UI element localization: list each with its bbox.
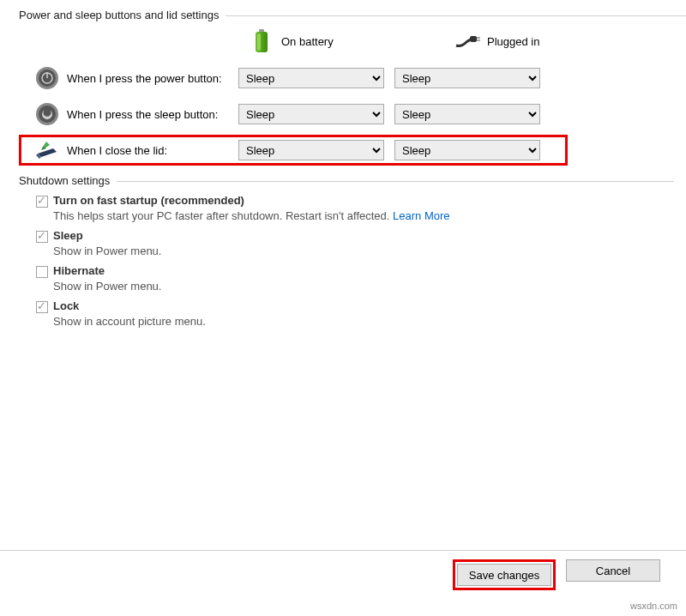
hibernate-label: Hibernate (53, 264, 105, 277)
power-button-icon (34, 65, 60, 91)
row-close-lid: When I close the lid: Sleep Sleep (19, 135, 568, 166)
row-power-button: When I press the power button: Sleep Sle… (34, 63, 686, 94)
laptop-lid-icon (34, 137, 60, 163)
cancel-button[interactable]: Cancel (566, 559, 660, 582)
hibernate-desc: Show in Power menu. (53, 280, 686, 293)
save-button-highlight: Save changes (453, 559, 556, 590)
sleep-checkbox[interactable] (36, 231, 48, 243)
power-button-battery-select[interactable]: Sleep (238, 68, 384, 88)
learn-more-link[interactable]: Learn More (393, 209, 449, 222)
save-button[interactable]: Save changes (457, 564, 551, 586)
fast-startup-checkbox[interactable] (36, 196, 48, 208)
column-header-battery: On battery (249, 28, 403, 54)
sleep-button-icon (34, 101, 60, 127)
plug-icon (454, 28, 480, 54)
hibernate-checkbox[interactable] (36, 266, 48, 278)
column-header-battery-label: On battery (281, 35, 334, 48)
fast-startup-desc: This helps start your PC faster after sh… (53, 209, 686, 222)
row-power-button-label: When I press the power button: (67, 72, 238, 85)
row-sleep-button-label: When I press the sleep button: (67, 108, 238, 121)
close-lid-battery-select[interactable]: Sleep (238, 140, 384, 160)
column-header-plugged-label: Plugged in (487, 35, 539, 48)
watermark: wsxdn.com (630, 601, 677, 611)
svg-rect-0 (259, 29, 264, 32)
svg-point-11 (39, 106, 56, 123)
section-title-power-buttons: Power and sleep buttons and lid settings (19, 9, 686, 21)
lock-label: Lock (53, 299, 79, 312)
svg-rect-2 (257, 33, 261, 51)
close-lid-plugged-select[interactable]: Sleep (394, 140, 540, 160)
power-button-plugged-select[interactable]: Sleep (394, 68, 540, 88)
sleep-button-battery-select[interactable]: Sleep (238, 104, 384, 124)
fast-startup-label: Turn on fast startup (recommended) (53, 194, 244, 207)
battery-icon (249, 28, 274, 54)
section-title-shutdown: Shutdown settings (19, 174, 686, 187)
lock-checkbox[interactable] (36, 301, 48, 313)
row-sleep-button: When I press the sleep button: Sleep Sle… (34, 99, 686, 130)
sleep-desc: Show in Power menu. (53, 245, 686, 257)
row-close-lid-label: When I close the lid: (67, 144, 238, 157)
svg-rect-3 (470, 36, 477, 42)
column-header-plugged: Plugged in (454, 28, 609, 54)
footer: Save changes Cancel (0, 550, 686, 590)
lock-desc: Show in account picture menu. (53, 315, 686, 328)
sleep-button-plugged-select[interactable]: Sleep (394, 104, 540, 124)
sleep-label: Sleep (53, 229, 83, 242)
